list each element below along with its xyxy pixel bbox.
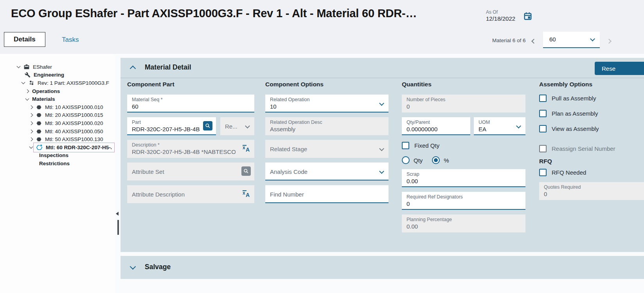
chevron-right-icon[interactable] <box>29 105 33 109</box>
component-options-column: Component Options Related Operation 10 R… <box>265 81 389 208</box>
uom-dropdown[interactable]: UOM EA <box>474 117 525 135</box>
qty-parent-field[interactable]: Qty/Parent 0.00000000 <box>402 117 470 135</box>
chevron-right-icon[interactable] <box>29 121 33 125</box>
tree-item-mtl-60-selected[interactable]: Mtl: 60 RDR-320C-207-H5-JB-4B <box>0 143 115 152</box>
chevron-down-icon[interactable] <box>17 64 21 68</box>
tree-item-mtl-30[interactable]: Mtl: 30 AXISSP1000.020 <box>0 119 115 127</box>
record-pager-label: Material 6 of 6 <box>492 38 526 43</box>
chevron-down-icon[interactable] <box>29 145 33 149</box>
tree-item-label: Mtl: 50 AXISSP1000.130 <box>45 136 103 142</box>
percent-radio[interactable] <box>432 156 440 164</box>
part-search-icon[interactable] <box>203 121 212 130</box>
tree-item-mtl-50[interactable]: Mtl: 50 AXISSP1000.130 <box>0 135 115 143</box>
collapse-tree-icon[interactable] <box>116 212 119 216</box>
as-of-label: As Of <box>486 9 515 15</box>
tree-item-label: Mtl: 10 AXISSP1000.010 <box>45 104 103 110</box>
translate-icon[interactable]: xA <box>241 144 251 153</box>
tree-item-label: Mtl: 20 AXISSP1000.015 <box>45 112 103 118</box>
tree-item-label: Inspections <box>39 152 68 158</box>
plan-as-assembly-row[interactable]: Plan as Assembly <box>539 110 644 117</box>
tree-item-label: Mtl: 30 AXISSP1000.020 <box>45 120 103 126</box>
rev-dropdown: Re... <box>220 117 254 135</box>
calendar-icon[interactable] <box>523 12 532 20</box>
chevron-down-icon[interactable] <box>22 80 25 84</box>
chevron-down-icon[interactable] <box>25 96 29 100</box>
tree-item-revision[interactable]: Rev: 1 Part: AXISSP1000G3.F <box>0 79 115 87</box>
fixed-qty-checkbox[interactable] <box>402 142 409 149</box>
rfq-needed-checkbox[interactable] <box>539 169 547 176</box>
tree-item-eco-group[interactable]: EShafer <box>0 63 115 71</box>
navigation-tree: EShafer Engineering Rev: 1 Part: AXISSP1… <box>0 54 115 168</box>
related-stage-dropdown: Related Stage <box>265 140 389 158</box>
chevron-left-icon <box>531 39 536 44</box>
material-select-dropdown[interactable]: 60 <box>543 32 600 48</box>
pager-previous-button[interactable] <box>532 38 537 43</box>
eco-group-icon <box>23 64 30 70</box>
chevron-down-icon <box>590 36 595 41</box>
related-operation-dropdown[interactable]: Related Operation 10 <box>265 95 389 113</box>
quantities-column: Quantities Number of Pieces 0 Qty/Parent… <box>402 81 525 237</box>
chevron-right-icon[interactable] <box>29 113 33 117</box>
plan-as-assembly-checkbox[interactable] <box>539 110 547 117</box>
tree-item-label: Rev: 1 Part: AXISSP1000G3.F <box>38 80 109 86</box>
tree-item-label: Mtl: 40 AXISSP1000.050 <box>45 129 103 134</box>
pager-next-button[interactable] <box>607 38 612 43</box>
pull-as-assembly-row[interactable]: Pull as Assembly <box>539 95 644 102</box>
chevron-right-icon[interactable] <box>29 138 33 141</box>
assembly-options-column: Assembly Options Pull as Assembly Plan a… <box>539 81 644 205</box>
eco-group-screen: ECO Group EShafer - Part AXISSP1000G3.F … <box>0 0 644 293</box>
chevron-right-icon[interactable] <box>29 129 33 133</box>
as-of-date[interactable]: 12/18/2022 <box>486 15 515 22</box>
chevron-right-icon[interactable] <box>25 89 29 93</box>
tab-details[interactable]: Details <box>4 32 45 47</box>
section-title: Salvage <box>145 263 171 271</box>
navigation-tree-panel: EShafer Engineering Rev: 1 Part: AXISSP1… <box>0 54 115 293</box>
tree-item-materials[interactable]: Materials <box>0 95 115 103</box>
tree-item-engineering[interactable]: Engineering <box>0 71 115 79</box>
tree-item-restrictions[interactable]: Restrictions <box>0 159 115 168</box>
scrap-field[interactable]: Scrap 0.00 <box>402 169 525 187</box>
material-hexagon-icon <box>36 120 42 126</box>
tree-item-mtl-10[interactable]: Mtl: 10 AXISSP1000.010 <box>0 103 115 111</box>
qty-radio[interactable] <box>402 156 410 164</box>
tree-item-mtl-20[interactable]: Mtl: 20 AXISSP1000.015 <box>0 111 115 120</box>
reassign-serial-number-row: Reassign Serial Number <box>539 145 644 152</box>
svg-text:x: x <box>243 190 245 196</box>
tree-item-mtl-40[interactable]: Mtl: 40 AXISSP1000.050 <box>0 127 115 136</box>
rfq-needed-row[interactable]: RFQ Needed <box>539 169 644 176</box>
collapse-section-icon[interactable] <box>130 66 136 72</box>
analysis-code-dropdown[interactable]: Analysis Code <box>265 163 389 180</box>
attribute-set-field: Attribute Set <box>127 163 254 180</box>
rfq-title: RFQ <box>539 158 644 166</box>
revision-parts-icon <box>28 80 34 86</box>
material-seq-field[interactable]: Material Seq * 60 <box>127 95 254 113</box>
panel-splitter[interactable] <box>115 54 121 293</box>
reassign-serial-number-checkbox <box>539 145 547 152</box>
quotes-required-field: Quotes Required 0 <box>539 182 644 200</box>
required-ref-designators-field[interactable]: Required Ref Designators 0 <box>402 192 525 210</box>
view-as-assembly-checkbox[interactable] <box>539 125 547 132</box>
tree-item-operations[interactable]: Operations <box>0 87 115 95</box>
attribute-description-field: Attribute Description xA <box>127 185 254 203</box>
section-divider <box>121 78 644 78</box>
translate-icon[interactable]: xA <box>241 189 251 198</box>
tree-item-inspections[interactable]: Inspections <box>0 152 115 160</box>
fixed-qty-checkbox-row[interactable]: Fixed Qty <box>402 142 525 149</box>
material-select-value: 60 <box>549 36 556 43</box>
resequence-button[interactable]: Rese <box>595 62 644 75</box>
expand-section-icon[interactable] <box>130 264 136 270</box>
chevron-right-icon <box>606 39 612 44</box>
description-field: Description * RDR-320C-207-H5-JB-4B *NAB… <box>127 140 254 158</box>
scrollbar-thumb[interactable] <box>117 220 119 235</box>
find-number-field[interactable]: Find Number <box>265 185 389 203</box>
attribute-set-search-icon <box>241 166 251 176</box>
pull-as-assembly-checkbox[interactable] <box>539 95 547 102</box>
tab-tasks[interactable]: Tasks <box>62 36 79 44</box>
material-hexagon-icon <box>36 104 42 110</box>
part-field[interactable]: Part RDR-320C-207-H5-JB-4B <box>127 117 216 135</box>
tree-item-label: EShafer <box>33 64 52 70</box>
related-operation-desc-field: Related Operation Desc Assembly <box>265 117 389 135</box>
view-as-assembly-row[interactable]: View as Assembly <box>539 125 644 132</box>
section-title: Material Detail <box>145 63 191 71</box>
number-of-pieces-field: Number of Pieces 0 <box>402 95 525 113</box>
